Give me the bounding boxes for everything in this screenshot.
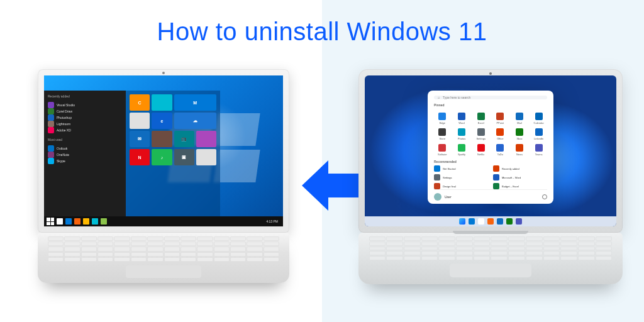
taskbar-app-icon[interactable] — [92, 218, 98, 225]
recommended-item[interactable]: Recently added — [493, 165, 547, 172]
pinned-app[interactable]: PPoint — [492, 113, 509, 125]
taskbar-app-icon[interactable] — [506, 218, 513, 225]
windows11-lid: ⌕ Type here to search Pinned EdgeWordExc… — [358, 69, 623, 233]
taskbar-app-icon[interactable] — [497, 218, 503, 225]
windows10-screen: Recently added Visual StudioCorel DrawPh… — [44, 75, 283, 226]
start-app-row[interactable]: Photoshop — [48, 114, 123, 121]
most-used-header: Most used — [48, 138, 123, 142]
live-tile[interactable] — [196, 149, 216, 165]
recommended-item[interactable]: Design final — [434, 183, 488, 189]
pinned-app[interactable]: ToDo — [492, 144, 509, 156]
live-tile[interactable]: M — [174, 94, 217, 111]
live-tile[interactable]: ☁ — [174, 113, 217, 129]
live-tile[interactable]: ✉ — [130, 131, 150, 147]
live-tile[interactable]: 📺 — [174, 131, 194, 147]
avatar[interactable] — [434, 193, 441, 201]
taskbar-app-icon[interactable] — [83, 218, 89, 225]
start-app-row[interactable]: Lightroom — [48, 121, 123, 127]
windows10-trackpad — [126, 265, 201, 278]
taskbar-app-icon[interactable] — [478, 218, 484, 225]
windows11-keyboard-base — [358, 233, 623, 284]
windows10-taskbar: 4:13 PM — [44, 216, 283, 226]
power-icon[interactable] — [542, 194, 547, 199]
svg-marker-0 — [302, 160, 365, 211]
start-app-row[interactable]: Visual Studio — [48, 102, 123, 108]
pinned-app[interactable]: Teams — [530, 144, 547, 156]
live-tile[interactable]: e — [152, 113, 172, 129]
pinned-app[interactable]: Mail — [511, 113, 528, 125]
windows11-keyboard — [369, 236, 612, 260]
start-app-row[interactable]: OneNote — [48, 152, 123, 158]
taskbar-app-icon[interactable] — [74, 218, 80, 225]
windows10-keyboard — [48, 236, 279, 262]
start-app-row[interactable]: Adobe XD — [48, 127, 123, 133]
pinned-section-label: Pinned — [434, 103, 547, 107]
live-tile[interactable]: ▣ — [174, 149, 194, 165]
pinned-app[interactable]: Word — [453, 113, 470, 125]
recommended-item[interactable]: Budget – Excel — [493, 183, 547, 189]
windows11-laptop: ⌕ Type here to search Pinned EdgeWordExc… — [358, 69, 623, 284]
windows11-screen: ⌕ Type here to search Pinned EdgeWordExc… — [365, 75, 616, 226]
recommended-item[interactable]: Settings — [434, 174, 488, 180]
start-user-row: User — [434, 189, 547, 201]
taskbar-app-icon[interactable] — [65, 218, 72, 225]
recent-header: Recently added — [48, 94, 123, 98]
pinned-app[interactable]: Calendar — [530, 113, 547, 125]
recommended-section-label: Recommended — [434, 160, 547, 164]
taskbar-clock: 4:13 PM — [266, 219, 278, 223]
windows11-start-menu: ⌕ Type here to search Pinned EdgeWordExc… — [428, 91, 553, 204]
start-button-icon[interactable] — [47, 218, 54, 225]
taskbar-app-icon[interactable] — [487, 218, 494, 225]
start-recent-column: Recently added Visual StudioCorel DrawPh… — [44, 91, 126, 216]
taskbar-app-icon[interactable] — [101, 218, 107, 225]
recommended-item[interactable]: Microsoft – Word — [493, 174, 547, 180]
search-input[interactable]: ⌕ Type here to search — [434, 96, 547, 99]
live-tile[interactable] — [196, 131, 216, 147]
start-app-row[interactable]: Outlook — [48, 145, 123, 152]
start-app-row[interactable]: Skype — [48, 158, 123, 164]
search-placeholder: Type here to search — [443, 96, 470, 99]
pinned-app[interactable]: Spotify — [453, 144, 470, 156]
taskbar-app-icon[interactable] — [469, 218, 475, 225]
recommended-item[interactable]: Get Started — [434, 165, 488, 172]
pinned-app[interactable]: Settings — [472, 128, 489, 140]
windows11-taskbar — [365, 216, 616, 226]
windows10-start-menu: Recently added Visual StudioCorel DrawPh… — [44, 91, 220, 216]
user-name: User — [445, 195, 452, 199]
start-button-icon[interactable] — [459, 218, 465, 225]
start-app-row[interactable]: Corel Draw — [48, 108, 123, 114]
pinned-app[interactable]: LinkedIn — [530, 128, 547, 140]
live-tile[interactable]: ♪ — [152, 149, 172, 165]
taskbar-app-icon[interactable] — [516, 218, 522, 225]
pinned-app[interactable]: Excel — [472, 113, 489, 125]
taskbar-app-icon[interactable] — [57, 218, 63, 225]
pinned-app[interactable]: Netflix — [472, 144, 489, 156]
page-title: How to uninstall Windows 11 — [0, 18, 644, 46]
live-tile[interactable]: C — [130, 94, 150, 111]
live-tile[interactable]: N — [130, 149, 150, 165]
pinned-app[interactable]: Office — [492, 128, 509, 140]
recommended-list: Get StartedRecently addedSettingsMicroso… — [434, 165, 547, 189]
pinned-app[interactable]: Solitaire — [434, 144, 451, 156]
left-arrow-icon — [302, 157, 365, 214]
pinned-app[interactable]: Edge — [434, 113, 451, 125]
windows11-trackpad — [450, 264, 531, 277]
windows10-laptop: Recently added Visual StudioCorel DrawPh… — [38, 69, 289, 283]
windows10-keyboard-base — [38, 233, 289, 283]
search-icon: ⌕ — [438, 96, 440, 99]
hinge — [453, 231, 528, 234]
windows10-lid: Recently added Visual StudioCorel DrawPh… — [38, 69, 289, 233]
pinned-app[interactable]: Store — [434, 128, 451, 140]
live-tile[interactable] — [152, 131, 172, 147]
pinned-app[interactable]: Photos — [453, 128, 470, 140]
start-tile-grid: CMe☁✉📺N♪▣ — [126, 91, 220, 216]
live-tile[interactable] — [130, 113, 150, 129]
pinned-app[interactable]: Xbox — [511, 128, 528, 140]
pinned-apps-grid: EdgeWordExcelPPointMailCalendarStorePhot… — [434, 113, 547, 156]
live-tile[interactable] — [152, 94, 172, 111]
pinned-app[interactable]: News — [511, 144, 528, 156]
